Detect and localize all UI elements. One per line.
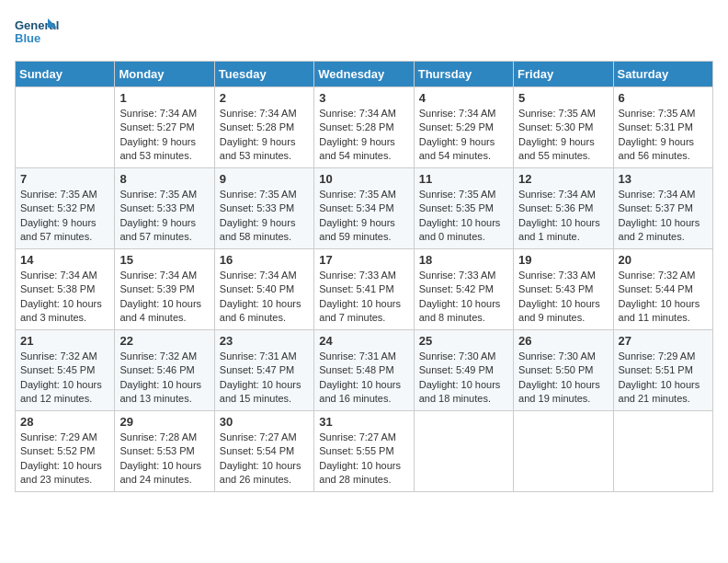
week-row-4: 21Sunrise: 7:32 AM Sunset: 5:45 PM Dayli…: [16, 330, 713, 411]
calendar-cell: [613, 411, 712, 492]
day-info: Sunrise: 7:31 AM Sunset: 5:48 PM Dayligh…: [319, 350, 408, 407]
day-number: 14: [20, 253, 109, 267]
day-number: 25: [419, 334, 508, 348]
day-header-wednesday: Wednesday: [314, 62, 414, 87]
day-number: 12: [518, 172, 608, 186]
day-info: Sunrise: 7:33 AM Sunset: 5:41 PM Dayligh…: [319, 269, 408, 326]
calendar-cell: 14Sunrise: 7:34 AM Sunset: 5:38 PM Dayli…: [16, 249, 115, 330]
day-number: 23: [220, 334, 309, 348]
day-info: Sunrise: 7:33 AM Sunset: 5:43 PM Dayligh…: [518, 269, 608, 326]
day-number: 17: [319, 253, 408, 267]
day-number: 31: [319, 415, 408, 429]
day-info: Sunrise: 7:34 AM Sunset: 5:38 PM Dayligh…: [20, 269, 109, 326]
calendar-table: SundayMondayTuesdayWednesdayThursdayFrid…: [15, 61, 713, 492]
calendar-cell: [414, 411, 513, 492]
day-number: 5: [518, 91, 608, 105]
day-info: Sunrise: 7:34 AM Sunset: 5:39 PM Dayligh…: [119, 269, 209, 326]
calendar-cell: 24Sunrise: 7:31 AM Sunset: 5:48 PM Dayli…: [314, 330, 414, 411]
day-number: 21: [20, 334, 109, 348]
calendar-cell: 13Sunrise: 7:34 AM Sunset: 5:37 PM Dayli…: [613, 168, 712, 249]
day-info: Sunrise: 7:29 AM Sunset: 5:51 PM Dayligh…: [619, 350, 708, 407]
day-header-thursday: Thursday: [414, 62, 513, 87]
day-info: Sunrise: 7:35 AM Sunset: 5:35 PM Dayligh…: [419, 188, 508, 245]
calendar-cell: 3Sunrise: 7:34 AM Sunset: 5:28 PM Daylig…: [314, 87, 414, 168]
calendar-cell: 18Sunrise: 7:33 AM Sunset: 5:42 PM Dayli…: [414, 249, 513, 330]
day-number: 19: [518, 253, 608, 267]
day-number: 3: [319, 91, 408, 105]
day-info: Sunrise: 7:34 AM Sunset: 5:28 PM Dayligh…: [220, 107, 309, 164]
calendar-cell: 17Sunrise: 7:33 AM Sunset: 5:41 PM Dayli…: [314, 249, 414, 330]
calendar-cell: [514, 411, 613, 492]
day-number: 9: [220, 172, 309, 186]
day-number: 20: [619, 253, 708, 267]
calendar-cell: 5Sunrise: 7:35 AM Sunset: 5:30 PM Daylig…: [514, 87, 613, 168]
day-info: Sunrise: 7:35 AM Sunset: 5:31 PM Dayligh…: [619, 107, 708, 164]
day-info: Sunrise: 7:30 AM Sunset: 5:49 PM Dayligh…: [419, 350, 508, 407]
calendar-cell: 2Sunrise: 7:34 AM Sunset: 5:28 PM Daylig…: [214, 87, 313, 168]
day-info: Sunrise: 7:35 AM Sunset: 5:30 PM Dayligh…: [518, 107, 608, 164]
day-info: Sunrise: 7:34 AM Sunset: 5:40 PM Dayligh…: [220, 269, 309, 326]
calendar-cell: 12Sunrise: 7:34 AM Sunset: 5:36 PM Dayli…: [514, 168, 613, 249]
calendar-cell: 16Sunrise: 7:34 AM Sunset: 5:40 PM Dayli…: [214, 249, 313, 330]
day-info: Sunrise: 7:34 AM Sunset: 5:29 PM Dayligh…: [419, 107, 508, 164]
logo: GeneralBlue: [15, 15, 61, 52]
day-number: 27: [619, 334, 708, 348]
day-info: Sunrise: 7:34 AM Sunset: 5:27 PM Dayligh…: [119, 107, 209, 164]
day-info: Sunrise: 7:34 AM Sunset: 5:37 PM Dayligh…: [619, 188, 708, 245]
day-number: 6: [619, 91, 708, 105]
day-info: Sunrise: 7:30 AM Sunset: 5:50 PM Dayligh…: [518, 350, 608, 407]
day-info: Sunrise: 7:27 AM Sunset: 5:54 PM Dayligh…: [220, 431, 309, 488]
day-info: Sunrise: 7:32 AM Sunset: 5:44 PM Dayligh…: [619, 269, 708, 326]
svg-text:Blue: Blue: [15, 31, 40, 45]
day-info: Sunrise: 7:35 AM Sunset: 5:32 PM Dayligh…: [20, 188, 109, 245]
week-row-3: 14Sunrise: 7:34 AM Sunset: 5:38 PM Dayli…: [16, 249, 713, 330]
day-number: 29: [119, 415, 209, 429]
calendar-cell: 31Sunrise: 7:27 AM Sunset: 5:55 PM Dayli…: [314, 411, 414, 492]
calendar-cell: 25Sunrise: 7:30 AM Sunset: 5:49 PM Dayli…: [414, 330, 513, 411]
day-header-tuesday: Tuesday: [214, 62, 313, 87]
day-info: Sunrise: 7:33 AM Sunset: 5:42 PM Dayligh…: [419, 269, 508, 326]
day-number: 22: [119, 334, 209, 348]
day-header-monday: Monday: [115, 62, 214, 87]
day-info: Sunrise: 7:31 AM Sunset: 5:47 PM Dayligh…: [220, 350, 309, 407]
day-info: Sunrise: 7:34 AM Sunset: 5:36 PM Dayligh…: [518, 188, 608, 245]
calendar-cell: 20Sunrise: 7:32 AM Sunset: 5:44 PM Dayli…: [613, 249, 712, 330]
calendar-cell: 6Sunrise: 7:35 AM Sunset: 5:31 PM Daylig…: [613, 87, 712, 168]
calendar-cell: 21Sunrise: 7:32 AM Sunset: 5:45 PM Dayli…: [16, 330, 115, 411]
day-info: Sunrise: 7:35 AM Sunset: 5:33 PM Dayligh…: [220, 188, 309, 245]
calendar-cell: 8Sunrise: 7:35 AM Sunset: 5:33 PM Daylig…: [115, 168, 214, 249]
calendar-cell: 15Sunrise: 7:34 AM Sunset: 5:39 PM Dayli…: [115, 249, 214, 330]
day-number: 2: [220, 91, 309, 105]
day-info: Sunrise: 7:35 AM Sunset: 5:34 PM Dayligh…: [319, 188, 408, 245]
day-info: Sunrise: 7:29 AM Sunset: 5:52 PM Dayligh…: [20, 431, 109, 488]
day-number: 30: [220, 415, 309, 429]
calendar-cell: 26Sunrise: 7:30 AM Sunset: 5:50 PM Dayli…: [514, 330, 613, 411]
week-row-5: 28Sunrise: 7:29 AM Sunset: 5:52 PM Dayli…: [16, 411, 713, 492]
day-number: 4: [419, 91, 508, 105]
calendar-cell: [16, 87, 115, 168]
day-number: 18: [419, 253, 508, 267]
calendar-cell: 19Sunrise: 7:33 AM Sunset: 5:43 PM Dayli…: [514, 249, 613, 330]
page-header: GeneralBlue: [15, 15, 713, 52]
calendar-cell: 27Sunrise: 7:29 AM Sunset: 5:51 PM Dayli…: [613, 330, 712, 411]
calendar-cell: 22Sunrise: 7:32 AM Sunset: 5:46 PM Dayli…: [115, 330, 214, 411]
day-number: 16: [220, 253, 309, 267]
calendar-cell: 29Sunrise: 7:28 AM Sunset: 5:53 PM Dayli…: [115, 411, 214, 492]
calendar-cell: 4Sunrise: 7:34 AM Sunset: 5:29 PM Daylig…: [414, 87, 513, 168]
calendar-cell: 28Sunrise: 7:29 AM Sunset: 5:52 PM Dayli…: [16, 411, 115, 492]
day-number: 11: [419, 172, 508, 186]
day-number: 26: [518, 334, 608, 348]
day-info: Sunrise: 7:35 AM Sunset: 5:33 PM Dayligh…: [119, 188, 209, 245]
logo-icon: GeneralBlue: [15, 15, 61, 52]
calendar-cell: 10Sunrise: 7:35 AM Sunset: 5:34 PM Dayli…: [314, 168, 414, 249]
header-row: SundayMondayTuesdayWednesdayThursdayFrid…: [16, 62, 713, 87]
day-info: Sunrise: 7:32 AM Sunset: 5:45 PM Dayligh…: [20, 350, 109, 407]
calendar-cell: 7Sunrise: 7:35 AM Sunset: 5:32 PM Daylig…: [16, 168, 115, 249]
day-number: 13: [619, 172, 708, 186]
day-info: Sunrise: 7:34 AM Sunset: 5:28 PM Dayligh…: [319, 107, 408, 164]
day-info: Sunrise: 7:28 AM Sunset: 5:53 PM Dayligh…: [119, 431, 209, 488]
day-info: Sunrise: 7:32 AM Sunset: 5:46 PM Dayligh…: [119, 350, 209, 407]
calendar-cell: 23Sunrise: 7:31 AM Sunset: 5:47 PM Dayli…: [214, 330, 313, 411]
calendar-cell: 1Sunrise: 7:34 AM Sunset: 5:27 PM Daylig…: [115, 87, 214, 168]
day-number: 8: [119, 172, 209, 186]
